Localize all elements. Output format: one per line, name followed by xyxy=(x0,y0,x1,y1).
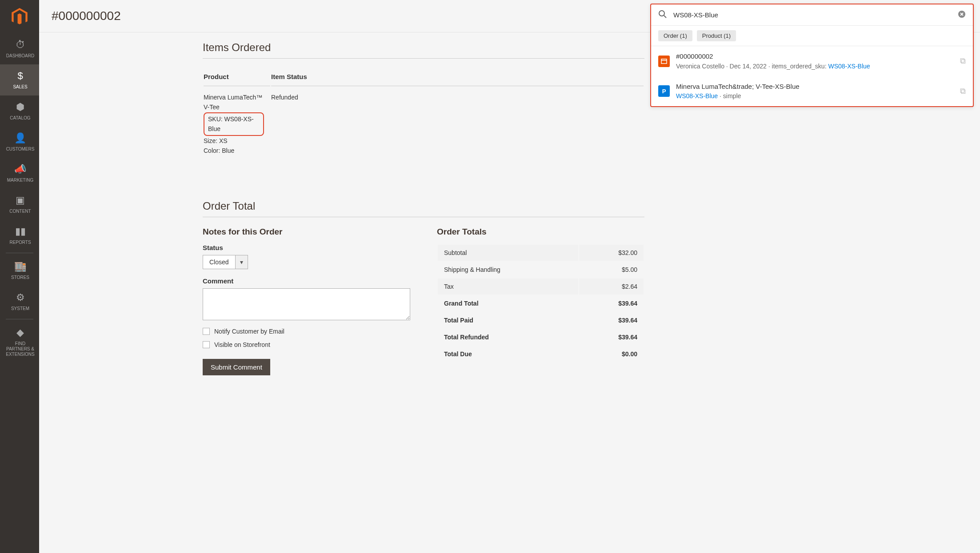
open-external-icon[interactable]: ⧉ xyxy=(960,56,966,66)
clear-search-icon[interactable] xyxy=(958,10,966,20)
nav-reports[interactable]: ▮▮REPORTS xyxy=(0,220,39,251)
notes-heading: Notes for this Order xyxy=(203,227,410,237)
submit-comment-button[interactable]: Submit Comment xyxy=(203,359,270,375)
checkbox-icon xyxy=(203,341,210,348)
search-input[interactable] xyxy=(673,11,952,19)
status-label: Status xyxy=(203,244,410,251)
notify-checkbox-row[interactable]: Notify Customer by Email xyxy=(203,328,410,335)
box-icon: ⬢ xyxy=(3,101,37,113)
nav-marketing[interactable]: 📣MARKETING xyxy=(0,158,39,189)
order-result-icon xyxy=(658,56,670,67)
item-status: Refunded xyxy=(271,87,644,159)
result-title: Minerva LumaTech&trade; V-Tee-XS-Blue xyxy=(676,82,954,92)
product-result-icon: P xyxy=(658,85,670,97)
gear-icon: ⚙ xyxy=(3,292,37,303)
comment-label: Comment xyxy=(203,277,410,285)
filter-chip-order[interactable]: Order (1) xyxy=(658,30,692,41)
col-product: Product xyxy=(204,69,270,86)
nav-divider xyxy=(6,253,33,253)
gauge-icon: ⏱ xyxy=(3,39,37,51)
nav-customers[interactable]: 👤CUSTOMERS xyxy=(0,127,39,158)
table-row: Minerva LumaTech™ V-Tee SKU: WS08-XS-Blu… xyxy=(204,87,644,159)
checkbox-icon xyxy=(203,328,210,335)
items-ordered-heading: Items Ordered xyxy=(203,41,644,59)
global-search-panel: Order (1) Product (1) #000000002 Veronic… xyxy=(650,4,974,107)
partners-icon: ◆ xyxy=(3,327,37,338)
filter-chip-product[interactable]: Product (1) xyxy=(697,30,736,41)
product-name: Minerva LumaTech™ V-Tee xyxy=(204,92,264,112)
nav-catalog[interactable]: ⬢CATALOG xyxy=(0,95,39,127)
dollar-icon: $ xyxy=(3,70,37,82)
nav-system[interactable]: ⚙SYSTEM xyxy=(0,286,39,317)
order-total-heading: Order Total xyxy=(203,200,644,217)
open-external-icon[interactable]: ⧉ xyxy=(960,87,966,96)
nav-stores[interactable]: 🏬STORES xyxy=(0,255,39,286)
comment-textarea[interactable] xyxy=(203,288,410,320)
chevron-down-icon: ▾ xyxy=(235,255,248,269)
sku-highlight: SKU: WS08-XS-Blue xyxy=(204,112,264,136)
items-ordered-table: Product Item Status Minerva LumaTech™ V-… xyxy=(203,68,644,160)
visible-checkbox-row[interactable]: Visible on Storefront xyxy=(203,341,410,348)
svg-point-0 xyxy=(659,11,664,16)
nav-partners[interactable]: ◆FIND PARTNERS & EXTENSIONS xyxy=(0,321,39,363)
bar-chart-icon: ▮▮ xyxy=(3,226,37,237)
nav-content[interactable]: ▣CONTENT xyxy=(0,189,39,220)
col-item-status: Item Status xyxy=(271,69,644,86)
svg-line-1 xyxy=(664,16,666,18)
magento-logo[interactable] xyxy=(12,0,28,33)
nav-sales[interactable]: $SALES xyxy=(0,64,39,95)
person-icon: 👤 xyxy=(3,132,37,144)
order-totals-table: Subtotal$32.00 Shipping & Handling$5.00 … xyxy=(437,244,644,363)
layout-icon: ▣ xyxy=(3,195,37,206)
nav-dashboard[interactable]: ⏱DASHBOARD xyxy=(0,33,39,64)
status-select[interactable]: Closed ▾ xyxy=(203,255,248,269)
order-totals-heading: Order Totals xyxy=(437,227,644,237)
search-result-product[interactable]: P Minerva LumaTech&trade; V-Tee-XS-Blue … xyxy=(651,76,973,107)
search-icon xyxy=(658,10,667,20)
megaphone-icon: 📣 xyxy=(3,163,37,175)
search-result-order[interactable]: #000000002 Veronica Costello · Dec 14, 2… xyxy=(651,46,973,76)
result-title: #000000002 xyxy=(676,52,954,62)
admin-sidebar: ⏱DASHBOARD $SALES ⬢CATALOG 👤CUSTOMERS 📣M… xyxy=(0,0,39,553)
svg-rect-5 xyxy=(661,59,667,64)
store-icon: 🏬 xyxy=(3,261,37,272)
nav-divider xyxy=(6,319,33,319)
